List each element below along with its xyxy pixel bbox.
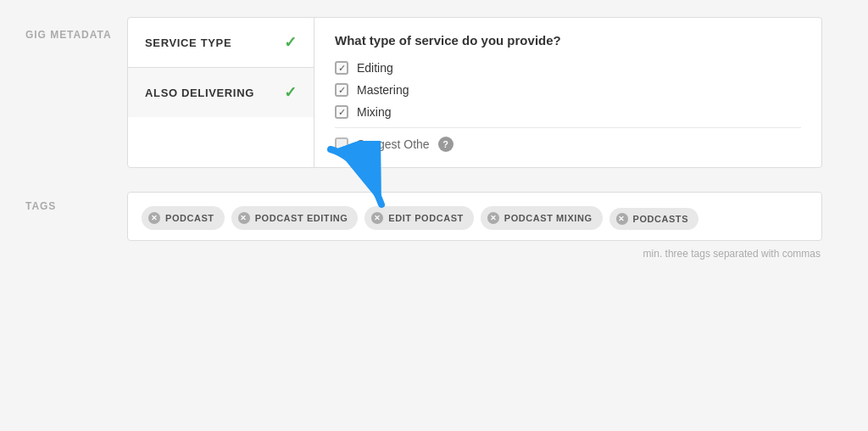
metadata-left-column: SERVICE TYPE ✓ ALSO DELIVERING ✓ xyxy=(128,18,314,167)
option-editing[interactable]: Editing xyxy=(335,61,801,75)
tags-hint: min. three tags separated with commas xyxy=(127,248,822,260)
editing-label: Editing xyxy=(357,61,393,75)
tag-podcasts[interactable]: ✕ PODCASTS xyxy=(609,208,699,230)
editing-checkbox[interactable] xyxy=(335,61,348,75)
gig-metadata-section: GIG METADATA SERVICE TYPE ✓ ALSO DELIVER… xyxy=(25,17,843,168)
mixing-checkbox[interactable] xyxy=(335,105,348,119)
tags-label: TAGS xyxy=(25,192,127,212)
options-divider xyxy=(335,127,801,128)
metadata-panel: SERVICE TYPE ✓ ALSO DELIVERING ✓ What ty… xyxy=(127,17,822,168)
tag-podcast-editing-remove[interactable]: ✕ xyxy=(238,212,250,224)
mixing-label: Mixing xyxy=(357,105,391,119)
tag-edit-podcast-remove[interactable]: ✕ xyxy=(371,212,383,224)
help-icon[interactable]: ? xyxy=(438,137,453,152)
mastering-label: Mastering xyxy=(357,83,409,97)
suggest-label: Suggest Othe xyxy=(357,137,430,151)
also-delivering-label: ALSO DELIVERING xyxy=(145,87,254,99)
tags-section: TAGS ✕ PODCAST ✕ PODCAST EDITING ✕ EDIT … xyxy=(25,192,843,260)
tag-podcasts-label: PODCASTS xyxy=(633,214,689,224)
page-container: GIG METADATA SERVICE TYPE ✓ ALSO DELIVER… xyxy=(25,17,843,283)
tag-podcast-mixing[interactable]: ✕ PODCAST MIXING xyxy=(481,206,603,230)
service-type-check: ✓ xyxy=(284,33,297,52)
mastering-checkbox[interactable] xyxy=(335,83,348,97)
gig-metadata-label: GIG METADATA xyxy=(25,17,127,41)
tag-podcast-mixing-label: PODCAST MIXING xyxy=(504,213,593,223)
also-delivering-row[interactable]: ALSO DELIVERING ✓ xyxy=(128,68,314,117)
tag-podcast[interactable]: ✕ PODCAST xyxy=(142,206,225,230)
tags-container: ✕ PODCAST ✕ PODCAST EDITING ✕ EDIT PODCA… xyxy=(142,206,808,230)
tag-podcast-editing-label: PODCAST EDITING xyxy=(255,213,348,223)
suggest-other-row[interactable]: Suggest Othe ? xyxy=(335,137,801,152)
tag-podcasts-remove[interactable]: ✕ xyxy=(616,213,628,225)
option-mixing[interactable]: Mixing xyxy=(335,105,801,119)
metadata-right-column: What type of service do you provide? Edi… xyxy=(314,18,821,167)
tag-podcast-remove[interactable]: ✕ xyxy=(148,212,160,224)
service-options-list: Editing Mastering Mixing xyxy=(335,61,801,119)
also-delivering-check: ✓ xyxy=(284,83,297,102)
tag-edit-podcast[interactable]: ✕ EDIT PODCAST xyxy=(364,206,474,230)
service-type-label: SERVICE TYPE xyxy=(145,36,231,49)
tag-podcast-label: PODCAST xyxy=(165,213,214,223)
service-type-row[interactable]: SERVICE TYPE ✓ xyxy=(128,18,314,68)
tag-podcast-mixing-remove[interactable]: ✕ xyxy=(487,212,499,224)
tags-panel[interactable]: ✕ PODCAST ✕ PODCAST EDITING ✕ EDIT PODCA… xyxy=(127,192,822,241)
service-question: What type of service do you provide? xyxy=(335,33,801,48)
tag-podcast-editing[interactable]: ✕ PODCAST EDITING xyxy=(231,206,359,230)
tag-edit-podcast-label: EDIT PODCAST xyxy=(388,213,464,223)
suggest-checkbox[interactable] xyxy=(335,137,348,151)
option-mastering[interactable]: Mastering xyxy=(335,83,801,97)
